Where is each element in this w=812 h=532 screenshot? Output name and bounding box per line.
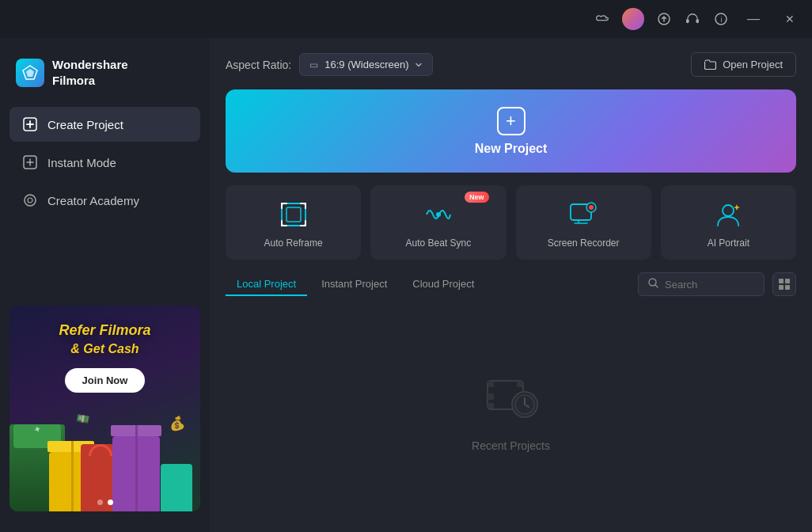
tool-card-auto-reframe[interactable]: Auto Reframe <box>226 185 361 260</box>
create-project-icon <box>22 116 38 132</box>
banner-content: Refer Filmora & Get Cash Join Now <box>9 306 200 511</box>
new-project-plus-icon: + <box>497 107 526 135</box>
svg-rect-2 <box>696 19 699 23</box>
tab-instant-project[interactable]: Instant Project <box>310 273 398 296</box>
new-project-label: New Project <box>475 142 548 156</box>
svg-rect-19 <box>779 279 784 283</box>
svg-point-10 <box>28 198 32 203</box>
svg-point-16 <box>589 205 594 210</box>
svg-rect-20 <box>785 279 790 283</box>
banner-dots <box>97 500 113 505</box>
new-project-card[interactable]: + New Project <box>226 89 796 173</box>
app-body: Wondershare Filmora Create Project <box>0 38 812 532</box>
grid-view-icon <box>778 278 791 291</box>
open-project-button[interactable]: Open Project <box>691 52 796 77</box>
banner-title: Refer Filmora & Get Cash <box>59 321 150 359</box>
svg-marker-6 <box>26 69 34 77</box>
tool-card-label: Screen Recorder <box>548 238 620 249</box>
info-icon[interactable]: i <box>712 10 730 28</box>
tool-card-ai-portrait[interactable]: AI Portrait <box>661 185 796 260</box>
view-toggle-button[interactable] <box>772 272 796 296</box>
sidebar-item-instant-mode[interactable]: Instant Mode <box>9 145 200 180</box>
auto-beat-sync-icon <box>423 200 453 230</box>
upload-icon[interactable] <box>655 10 673 28</box>
sidebar-item-creator-academy[interactable]: Creator Academy <box>9 183 200 218</box>
auto-reframe-icon <box>279 200 309 230</box>
svg-rect-27 <box>517 381 523 387</box>
sidebar-item-label: Creator Academy <box>47 194 139 207</box>
search-icon <box>648 278 658 291</box>
sidebar-nav: Create Project Instant Mode <box>0 107 210 218</box>
aspect-ratio-icon: ▭ <box>309 59 318 70</box>
screen-recorder-icon <box>568 200 598 230</box>
tool-cards: Auto Reframe New Auto Beat Sync <box>226 185 796 260</box>
titlebar: i — ✕ <box>0 0 812 38</box>
sidebar: Wondershare Filmora Create Project <box>0 38 210 532</box>
dot-1 <box>97 500 103 505</box>
new-badge: New <box>465 192 489 203</box>
aspect-ratio-value: 16:9 (Widescreen) <box>324 59 408 70</box>
tool-card-screen-recorder[interactable]: Screen Recorder <box>516 185 651 260</box>
svg-point-13 <box>436 212 441 217</box>
sidebar-item-create-project[interactable]: Create Project <box>9 107 200 142</box>
chevron-down-icon <box>415 61 423 69</box>
aspect-ratio-dropdown[interactable]: ▭ 16:9 (Widescreen) <box>299 53 433 76</box>
search-input[interactable] <box>665 279 754 291</box>
join-now-button[interactable]: Join Now <box>65 368 146 393</box>
app-name: Wondershare Filmora <box>52 57 128 88</box>
sidebar-item-label: Instant Mode <box>47 156 116 169</box>
project-section: Local Project Instant Project Cloud Proj… <box>226 272 796 518</box>
svg-rect-11 <box>282 203 305 226</box>
app-logo-icon <box>16 59 44 87</box>
tab-cloud-project[interactable]: Cloud Project <box>401 273 485 296</box>
svg-point-9 <box>25 195 36 206</box>
tab-local-project[interactable]: Local Project <box>226 273 307 296</box>
empty-state-label: Recent Projects <box>472 439 550 452</box>
instant-mode-icon <box>22 154 38 170</box>
search-box <box>638 272 765 296</box>
main-content: Aspect Ratio: ▭ 16:9 (Widescreen) Open P… <box>210 38 812 532</box>
referral-banner[interactable]: Refer Filmora & Get Cash Join Now <box>9 306 200 511</box>
top-bar: Aspect Ratio: ▭ 16:9 (Widescreen) Open P… <box>226 52 796 77</box>
cloud-icon[interactable] <box>594 10 611 28</box>
aspect-ratio-label: Aspect Ratio: <box>226 59 291 71</box>
headset-icon[interactable] <box>684 10 701 28</box>
svg-rect-25 <box>488 393 494 400</box>
folder-icon <box>704 59 716 70</box>
empty-state: Recent Projects <box>226 306 796 518</box>
svg-rect-21 <box>779 285 784 290</box>
sidebar-logo: Wondershare Filmora <box>0 46 210 107</box>
svg-text:i: i <box>721 16 723 24</box>
creator-academy-icon <box>22 192 38 208</box>
titlebar-icons: i — ✕ <box>594 8 803 30</box>
close-button[interactable]: ✕ <box>777 10 803 28</box>
ai-portrait-icon <box>713 200 743 230</box>
svg-rect-12 <box>286 207 301 222</box>
svg-rect-26 <box>488 403 494 408</box>
minimize-button[interactable]: — <box>741 10 766 28</box>
svg-point-17 <box>723 205 734 216</box>
user-avatar[interactable] <box>622 8 644 30</box>
aspect-ratio-group: Aspect Ratio: ▭ 16:9 (Widescreen) <box>226 53 433 76</box>
tool-card-label: Auto Beat Sync <box>406 238 472 249</box>
search-and-view <box>638 272 796 296</box>
tool-card-label: AI Portrait <box>708 238 749 249</box>
svg-rect-22 <box>785 285 790 290</box>
project-tabs-bar: Local Project Instant Project Cloud Proj… <box>226 272 796 296</box>
tool-card-label: Auto Reframe <box>264 238 323 249</box>
tool-card-auto-beat-sync[interactable]: New Auto Beat Sync <box>370 185 506 260</box>
svg-rect-24 <box>488 381 494 387</box>
empty-state-icon <box>484 371 539 428</box>
svg-rect-1 <box>686 19 689 23</box>
project-tabs: Local Project Instant Project Cloud Proj… <box>226 273 485 296</box>
sidebar-item-label: Create Project <box>47 118 123 131</box>
dot-2 <box>108 500 113 505</box>
open-project-label: Open Project <box>723 59 783 70</box>
